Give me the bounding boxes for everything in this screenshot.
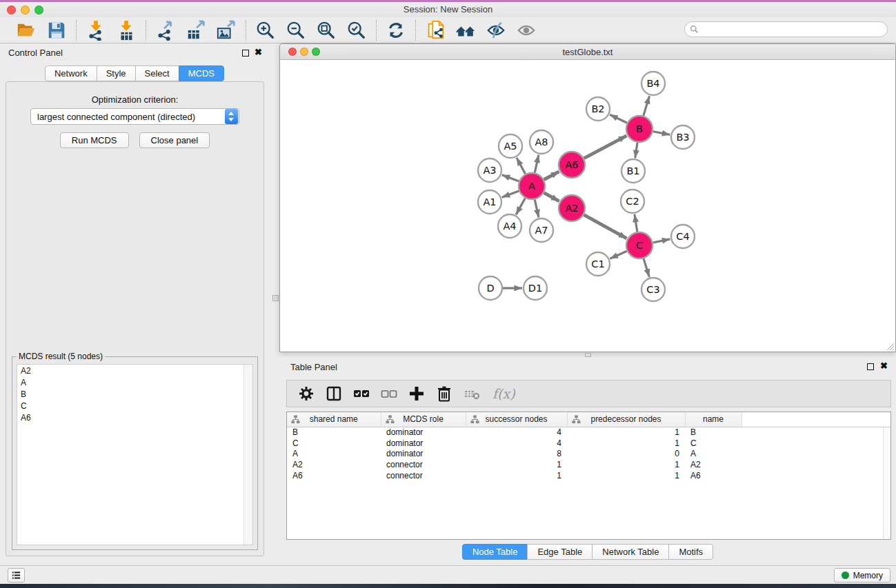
graph-edge-A-A2[interactable] <box>544 193 559 201</box>
graph-edge-C-C2[interactable] <box>635 214 637 232</box>
tab-select[interactable]: Select <box>135 65 179 81</box>
table-cell[interactable]: 1 <box>567 438 685 449</box>
column-header-shared-name[interactable]: shared name <box>287 412 381 427</box>
close-panel-icon[interactable]: ✖ <box>255 48 262 57</box>
node-table[interactable]: shared nameMCDS rolesuccessor nodesprede… <box>287 412 890 480</box>
table-cell[interactable]: A <box>287 448 381 459</box>
float-panel-icon[interactable] <box>867 363 874 370</box>
zoom-fit-icon[interactable] <box>316 20 337 41</box>
table-cell[interactable]: 1 <box>466 470 567 481</box>
table-cell[interactable]: A <box>685 448 741 459</box>
graph-edge-B-B2[interactable] <box>610 114 627 123</box>
tab-motifs[interactable]: Motifs <box>668 544 713 560</box>
network-from-file-icon[interactable] <box>425 20 446 41</box>
table-cell[interactable]: 4 <box>466 427 567 438</box>
window-resize-grip[interactable] <box>886 342 895 351</box>
split-view-icon[interactable] <box>326 385 342 402</box>
zoom-in-icon[interactable] <box>255 20 276 41</box>
tab-network-table[interactable]: Network Table <box>592 544 669 560</box>
deselect-all-icon[interactable] <box>381 385 397 402</box>
mcds-result-item[interactable]: A6 <box>17 412 252 423</box>
settings-gear-icon[interactable] <box>298 385 315 402</box>
table-cell[interactable]: C <box>287 438 381 449</box>
vertical-splitter-handle[interactable] <box>272 295 279 301</box>
export-image-icon[interactable] <box>216 20 237 41</box>
add-icon[interactable] <box>408 385 425 402</box>
graph-edge-A-A5[interactable] <box>517 158 526 174</box>
graph-edge-A-A6[interactable] <box>544 172 559 180</box>
graph-edge-C-C1[interactable] <box>610 251 626 258</box>
tab-edge-table[interactable]: Edge Table <box>527 544 593 560</box>
table-cell[interactable]: 1 <box>567 427 685 438</box>
table-cell[interactable]: connector <box>381 459 466 470</box>
memory-button[interactable]: Memory <box>834 568 890 582</box>
graph-edge-A-A3[interactable] <box>502 175 519 181</box>
table-cell[interactable]: 8 <box>466 448 567 459</box>
list-scrollbar[interactable] <box>243 365 252 545</box>
graph-edge-A-A7[interactable] <box>535 200 539 218</box>
table-row[interactable]: Adominator80A <box>287 448 890 459</box>
graph-edge-C-C3[interactable] <box>644 258 649 277</box>
select-all-icon[interactable] <box>353 385 370 402</box>
mcds-result-item[interactable]: C <box>17 400 252 412</box>
search-field[interactable] <box>684 21 888 37</box>
export-network-icon[interactable] <box>155 20 176 41</box>
table-cell[interactable]: A2 <box>287 459 381 470</box>
tab-mcds[interactable]: MCDS <box>179 65 224 81</box>
graph-edge-A-A1[interactable] <box>502 191 519 197</box>
refresh-view-icon[interactable] <box>386 20 406 41</box>
close-panel-button[interactable]: Close panel <box>139 132 210 148</box>
mcds-result-list[interactable]: A2ABCA6 <box>17 364 253 545</box>
optimization-criterion-select[interactable]: largest connected component (directed) <box>30 108 239 125</box>
graph-edge-B-B3[interactable] <box>653 132 670 135</box>
tab-network[interactable]: Network <box>45 65 97 81</box>
table-cell[interactable]: B <box>685 427 741 438</box>
search-input[interactable] <box>699 22 887 37</box>
column-header-predecessor-nodes[interactable]: predecessor nodes <box>567 412 685 427</box>
table-cell[interactable]: 0 <box>567 448 685 459</box>
column-header-MCDS-role[interactable]: MCDS role <box>381 412 466 427</box>
network-graph[interactable]: B4B2BB3A8A5A6A3B1AC2A1A2A4A7C4CC1DD1C3 <box>280 60 895 352</box>
graph-edge-B-B1[interactable] <box>635 143 637 158</box>
table-row[interactable]: A2connector11A2 <box>287 459 890 470</box>
import-network-icon[interactable] <box>86 20 106 41</box>
table-row[interactable]: Bdominator41B <box>287 427 890 438</box>
graph-edge-A-A8[interactable] <box>535 155 539 173</box>
graph-edge-A-A4[interactable] <box>516 199 525 215</box>
float-panel-icon[interactable] <box>242 50 249 57</box>
column-header-successor-nodes[interactable]: successor nodes <box>466 412 567 427</box>
mcds-result-item[interactable]: B <box>17 388 252 400</box>
column-header-name[interactable]: name <box>685 412 741 427</box>
table-cell[interactable]: A6 <box>287 470 381 481</box>
table-cell[interactable]: dominator <box>381 448 466 459</box>
open-session-icon[interactable] <box>16 20 37 41</box>
delete-icon[interactable] <box>436 385 452 402</box>
task-history-button[interactable] <box>8 568 25 582</box>
tab-node-table[interactable]: Node Table <box>462 544 528 560</box>
mcds-result-item[interactable]: A2 <box>17 365 252 376</box>
close-panel-icon[interactable]: ✖ <box>880 361 888 370</box>
show-all-networks-icon[interactable] <box>455 20 476 41</box>
graph-edge-A6-B[interactable] <box>584 136 627 159</box>
graph-edge-A2-C[interactable] <box>584 215 627 239</box>
show-graphics-details-icon[interactable] <box>516 20 537 41</box>
table-row[interactable]: A6connector11A6 <box>287 470 890 481</box>
table-row[interactable]: Cdominator41C <box>287 438 890 449</box>
table-cell[interactable]: B <box>287 427 381 438</box>
run-mcds-button[interactable]: Run MCDS <box>60 132 129 148</box>
graph-edge-B-B4[interactable] <box>644 96 650 116</box>
zoom-out-icon[interactable] <box>286 20 306 41</box>
table-scrollbar[interactable] <box>883 427 890 539</box>
zoom-selected-icon[interactable] <box>346 20 367 41</box>
graph-edge-C-C4[interactable] <box>653 239 670 243</box>
table-cell[interactable]: dominator <box>381 427 466 438</box>
table-cell[interactable]: 1 <box>567 470 685 481</box>
hide-graphics-details-icon[interactable] <box>486 20 506 41</box>
tab-style[interactable]: Style <box>97 65 136 81</box>
table-cell[interactable]: dominator <box>381 438 466 449</box>
table-cell[interactable]: C <box>685 438 741 449</box>
table-cell[interactable]: A6 <box>685 470 741 481</box>
save-session-icon[interactable] <box>46 20 67 41</box>
table-cell[interactable]: 1 <box>466 459 567 470</box>
network-canvas[interactable]: B4B2BB3A8A5A6A3B1AC2A1A2A4A7C4CC1DD1C3 <box>280 60 895 352</box>
